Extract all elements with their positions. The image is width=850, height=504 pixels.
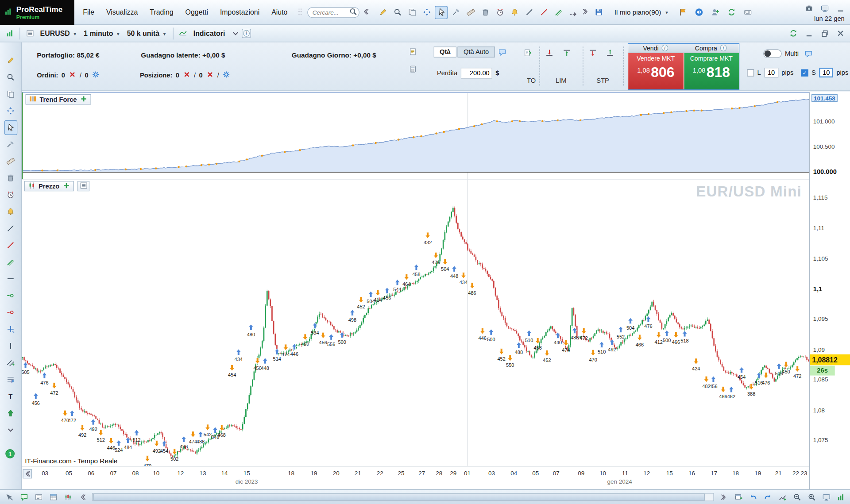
cursor-icon[interactable] [4,120,17,135]
loss-input[interactable] [461,68,492,78]
search-icon[interactable] [349,8,357,17]
limit-sell-icon[interactable] [545,49,560,63]
menu-trading[interactable]: Trading [150,8,173,16]
chart-list-icon[interactable] [3,27,16,40]
buy-market-button[interactable]: Comprare MKT 1,08818 [683,53,739,89]
grip-icon[interactable] [296,8,304,17]
indicators-chevron-icon[interactable] [229,27,242,40]
move-icon[interactable] [4,104,17,118]
table-icon[interactable] [46,490,59,503]
zoom-in-icon[interactable] [805,490,818,503]
undo-icon[interactable] [746,490,759,503]
bell-icon[interactable] [508,6,521,19]
orders-settings-icon[interactable] [92,70,100,80]
trendline-green-icon[interactable] [4,255,17,269]
to-order-icon[interactable] [524,49,538,63]
notification-badge[interactable]: 1 [5,449,15,458]
units-dropdown[interactable]: 50 k unità▾ [123,27,170,39]
add-indicator-icon[interactable] [80,95,88,104]
trash-icon[interactable] [4,171,17,185]
zoom-out-icon[interactable] [790,490,803,503]
pencil-icon[interactable] [4,53,17,68]
trendline-red-icon[interactable] [537,6,550,19]
window-add-icon[interactable] [732,490,745,503]
sync-icon[interactable] [725,6,738,19]
line-arrow-icon[interactable] [567,6,580,19]
trendline-green-icon[interactable] [552,6,565,19]
sell-info-icon[interactable]: i [661,44,669,53]
add-price-indicator-icon[interactable] [62,181,70,191]
trendline-red-icon[interactable] [4,238,17,253]
order-doc-icon[interactable] [409,48,423,62]
pane-options-button[interactable] [77,181,89,191]
alarm-icon[interactable] [494,6,506,19]
ruler-icon[interactable] [4,154,17,169]
move-icon[interactable] [420,6,433,19]
trendline-icon[interactable] [4,221,17,236]
price-chart[interactable]: 5054764724564704724924925124465244845124… [22,179,809,466]
save-icon[interactable] [592,6,605,19]
chevron-down-icon[interactable] [4,423,17,437]
redo-icon[interactable] [761,490,774,503]
time-axis[interactable]: 0305060708101213141518192021222527282901… [22,466,809,489]
multi-toggle[interactable] [763,49,782,58]
limit-pips-input[interactable] [764,68,778,77]
horizontal-scrollbar[interactable] [92,493,714,501]
tab-qty-auto[interactable]: Qtà Auto [457,46,495,57]
restore-icon[interactable] [818,27,831,40]
add-user-icon[interactable] [709,6,722,19]
tools-icon[interactable] [450,6,463,19]
search-input[interactable] [313,9,349,15]
menu-oggetti[interactable]: Oggetti [185,8,208,16]
chart-add-icon[interactable] [776,490,788,503]
limit-buy-icon[interactable] [563,49,577,63]
news-icon[interactable] [32,490,45,503]
bell-icon[interactable] [4,204,17,219]
indicator-icon[interactable] [177,27,189,40]
multi-bubble-icon[interactable] [802,47,815,60]
tab-qty[interactable]: Qtà [434,46,456,57]
text-icon[interactable]: T [4,389,17,404]
calculator-icon[interactable] [409,65,423,79]
tools-icon[interactable] [4,137,17,152]
trash-icon[interactable] [479,6,492,19]
zoom-icon[interactable] [4,70,17,85]
instrument-dropdown[interactable]: EURUSD▾ [36,27,80,39]
indicators-button[interactable]: Indicatori [189,27,229,39]
close-position-icon[interactable] [182,70,190,80]
minimize-icon[interactable] [802,27,815,40]
arrow-up-icon[interactable] [4,406,17,420]
chevron-right-icon[interactable] [582,8,590,17]
fibonacci-icon[interactable]: F [4,372,17,387]
qty-bubble-icon[interactable] [496,46,509,58]
position-settings-icon[interactable] [222,70,230,80]
buy-info-icon[interactable]: i [719,44,727,53]
target-green-icon[interactable] [4,288,17,303]
trendline-icon[interactable] [523,6,536,19]
limit-checkbox[interactable] [747,69,754,76]
stop-checkbox[interactable]: ✓ [801,69,808,76]
candles-icon[interactable] [61,490,74,503]
collapse-axis-icon[interactable] [23,469,32,478]
close-icon[interactable] [834,27,846,40]
chart-green-icon[interactable] [834,490,847,503]
menu-visualizza[interactable]: Visualizza [106,8,138,16]
price-tab[interactable]: Prezzo [24,181,73,191]
camera-icon[interactable] [802,2,815,15]
trend-force-chart[interactable] [23,93,809,179]
flag-icon[interactable] [676,6,689,19]
menu-file[interactable]: File [83,8,94,16]
scrollbar-thumb[interactable] [93,493,705,500]
target-red-icon[interactable] [4,305,17,319]
hline-icon[interactable] [4,271,17,286]
chevron-left-icon[interactable] [362,8,370,17]
copy-icon[interactable] [406,6,418,19]
trend-force-pane[interactable]: Trend Force [22,92,809,179]
timeframe-dropdown[interactable]: 1 minuto▾ [80,27,124,39]
close-position-icon-2[interactable] [206,70,214,80]
pencil-icon[interactable] [376,6,389,19]
sync-icon[interactable] [787,27,800,40]
scroll-right-icon[interactable] [717,490,730,503]
speaker-icon[interactable] [692,6,705,19]
keyboard-icon[interactable] [741,6,754,19]
